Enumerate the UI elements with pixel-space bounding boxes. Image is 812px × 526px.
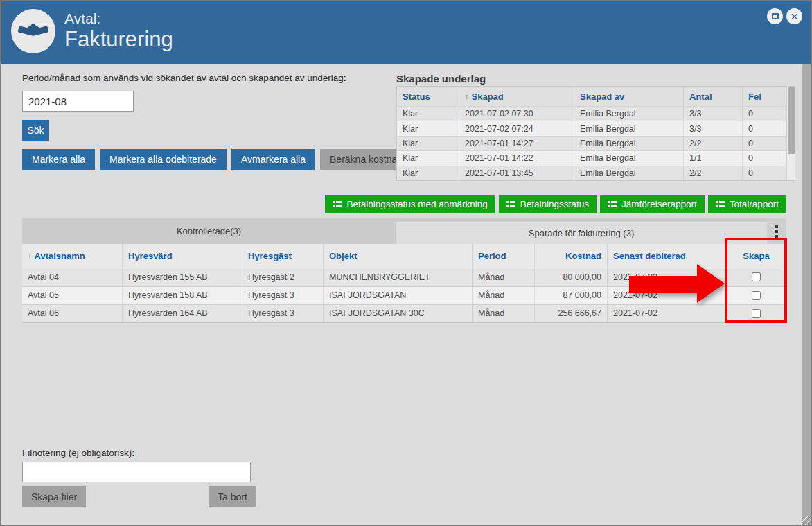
period-input[interactable] [22, 91, 134, 112]
table-scrollbar[interactable] [786, 87, 795, 180]
column-header-antal[interactable]: Antal [684, 87, 743, 106]
column-header-skapad[interactable]: ↑Skapad [459, 87, 574, 106]
report-list-icon [506, 200, 515, 208]
resize-grip[interactable] [802, 516, 811, 525]
page-title: Avtal: Fakturering [64, 10, 173, 52]
window-right-edge [802, 64, 811, 525]
report-list-icon [716, 200, 725, 208]
contracts-table: ↓Avtalsnamn Hyresvärd Hyresgäst Objekt P… [22, 244, 786, 323]
created-basis-header: Status ↑Skapad Skapad av Antal Fel [397, 87, 795, 106]
window-controls: ✕ [767, 8, 802, 24]
maximize-icon [772, 13, 779, 19]
table-row[interactable]: Klar 2021-07-01 14:27 Emilia Bergdal 2/2… [397, 136, 795, 150]
scrollbar-thumb[interactable] [788, 87, 795, 154]
select-all-unbilled-button[interactable]: Markera alla odebiterade [100, 149, 227, 170]
create-files-button[interactable]: Skapa filer [22, 486, 86, 507]
select-all-button[interactable]: Markera alla [22, 149, 95, 170]
skapa-checkbox[interactable] [752, 272, 761, 281]
skapa-checkbox[interactable] [752, 291, 761, 300]
kebab-dot [775, 230, 778, 233]
column-header-objekt[interactable]: Objekt [324, 244, 473, 268]
contracts-header: ↓Avtalsnamn Hyresvärd Hyresgäst Objekt P… [22, 244, 786, 268]
column-header-senast-debiterad[interactable]: Senast debiterad [608, 244, 726, 268]
column-header-skapa[interactable]: Skapa [726, 244, 786, 268]
tab-kontrollerade[interactable]: Kontrollerade(3) [22, 218, 396, 244]
column-header-skapad-av[interactable]: Skapad av [574, 87, 684, 106]
payment-status-button[interactable]: Betalningsstatus [499, 195, 597, 213]
column-header-avtalsnamn[interactable]: ↓Avtalsnamn [22, 244, 123, 268]
column-header-kostnad[interactable]: Kostnad [535, 244, 608, 268]
kebab-dot [775, 235, 778, 238]
close-icon: ✕ [791, 12, 799, 21]
column-header-hyresvard[interactable]: Hyresvärd [123, 244, 242, 268]
delete-button[interactable]: Ta bort [209, 486, 256, 507]
maximize-button[interactable] [767, 8, 783, 24]
report-list-icon [333, 200, 342, 208]
app-logo [11, 9, 55, 53]
sort-ascending-icon: ↑ [465, 92, 469, 100]
table-row[interactable]: Klar 2021-07-01 14:22 Emilia Bergdal 1/1… [397, 150, 795, 165]
total-report-button[interactable]: Totalrapport [708, 195, 786, 213]
comparison-report-button[interactable]: Jämförelserapport [600, 195, 705, 213]
deselect-all-button[interactable]: Avmarkera alla [231, 149, 315, 170]
app-window: Avtal: Fakturering ✕ Period/månad som an… [0, 0, 812, 526]
tab-bar: Kontrollerade(3) Sparade för fakturering… [22, 218, 786, 244]
tab-overflow-menu[interactable] [767, 218, 786, 244]
table-row[interactable]: Klar 2021-07-02 07:24 Emilia Bergdal 3/3… [397, 121, 795, 135]
contract-row[interactable]: Avtal 06 Hyresvärden 164 AB Hyresgäst 3 … [22, 304, 786, 323]
contract-row[interactable]: Avtal 04 Hyresvärden 155 AB Hyresgäst 2 … [22, 268, 786, 286]
created-basis-table: Status ↑Skapad Skapad av Antal Fel Klar … [396, 86, 795, 181]
report-list-icon [608, 200, 617, 208]
column-header-hyresgast[interactable]: Hyresgäst [242, 244, 324, 268]
page-title-large: Fakturering [64, 27, 173, 52]
tab-sparade-for-fakturering[interactable]: Sparade för fakturering (3) [396, 222, 767, 244]
titlebar: Avtal: Fakturering ✕ [1, 1, 811, 64]
search-button[interactable]: Sök [22, 120, 49, 141]
kebab-dot [775, 225, 778, 228]
sort-descending-icon: ↓ [28, 252, 32, 260]
file-note-label: Filnotering (ej obligatorisk): [22, 448, 134, 458]
payment-status-with-remark-button[interactable]: Betalningsstatus med anmärkning [325, 195, 495, 213]
file-note-input[interactable] [22, 462, 251, 482]
created-basis-title: Skapade underlag [396, 73, 486, 85]
close-button[interactable]: ✕ [786, 8, 802, 24]
period-label: Period/månad som används vid sökandet av… [22, 73, 346, 83]
page-title-small: Avtal: [64, 10, 173, 27]
table-row[interactable]: Klar 2021-07-01 13:45 Emilia Bergdal 2/2… [397, 166, 795, 180]
handshake-icon [17, 14, 49, 49]
column-header-status[interactable]: Status [397, 87, 459, 106]
selection-buttons: Markera alla Markera alla odebiterade Av… [22, 149, 421, 170]
contract-row[interactable]: Avtal 05 Hyresvärden 158 AB Hyresgäst 3 … [22, 286, 786, 305]
skapa-checkbox[interactable] [752, 309, 761, 318]
table-row[interactable]: Klar 2021-07-02 07:30 Emilia Bergdal 3/3… [397, 106, 795, 121]
report-buttons: Betalningsstatus med anmärkning Betalnin… [396, 195, 786, 213]
column-header-period[interactable]: Period [473, 244, 535, 268]
